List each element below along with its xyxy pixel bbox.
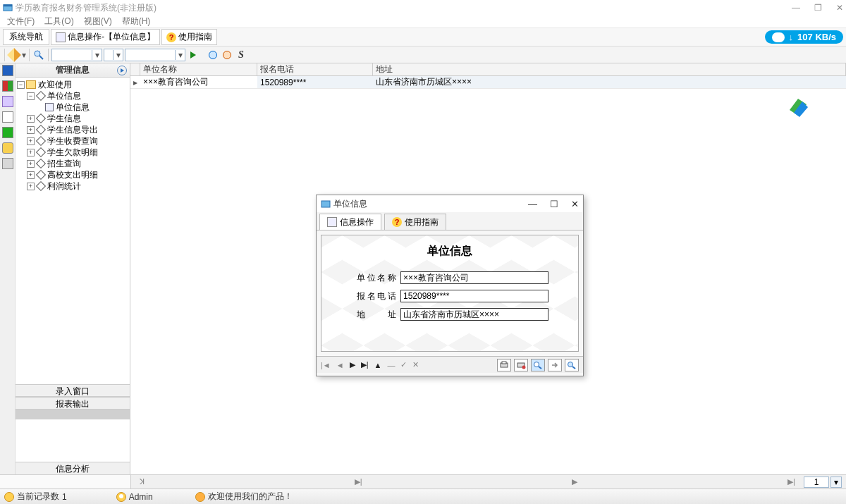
dash-icon[interactable]: — bbox=[387, 361, 395, 369]
iconbar-item-6[interactable] bbox=[2, 142, 13, 154]
next-record-icon[interactable]: ▶ bbox=[350, 360, 355, 369]
tree-root[interactable]: − 欢迎使用 bbox=[16, 79, 130, 90]
tree-item-enroll-query[interactable]: +招生查询 bbox=[16, 158, 130, 169]
system-nav-button[interactable]: 系统导航 bbox=[3, 29, 49, 45]
next-page-icon[interactable]: ▶ bbox=[572, 477, 577, 486]
iconbar-item-1[interactable] bbox=[2, 65, 13, 76]
refresh-icon[interactable] bbox=[117, 66, 127, 75]
hscroll-nav[interactable]: ꓘ ▶| ▶ ▶| bbox=[131, 477, 804, 486]
edit-button[interactable] bbox=[8, 49, 20, 61]
dialog-tab-guide[interactable]: ? 使用指南 bbox=[384, 214, 446, 230]
netspeed-value: 107 KB/s bbox=[797, 32, 836, 42]
form-panel: 单位信息 单位名称 报名电话 地 址 bbox=[321, 235, 579, 352]
grid-row[interactable]: ▸ ×××教育咨询公司 1520989**** 山东省济南市历城区×××× bbox=[130, 76, 846, 89]
dialog-maximize-button[interactable]: ☐ bbox=[550, 199, 558, 209]
print-setup-button[interactable] bbox=[514, 359, 528, 371]
folder-icon bbox=[26, 80, 36, 89]
tree-item-school-expense[interactable]: +高校支出明细 bbox=[16, 169, 130, 180]
menu-help[interactable]: 帮助(H) bbox=[122, 16, 151, 27]
tree-item-student-info[interactable]: +学生信息 bbox=[16, 113, 130, 124]
dialog-minimize-button[interactable]: — bbox=[528, 199, 537, 209]
combo-3[interactable]: ▾ bbox=[125, 49, 185, 61]
first-page-icon[interactable]: ꓘ bbox=[140, 477, 145, 486]
input-address[interactable] bbox=[400, 308, 548, 321]
nav-section-analysis[interactable]: 信息分析 bbox=[16, 462, 130, 474]
iconbar-item-2[interactable] bbox=[2, 80, 13, 92]
page-number[interactable]: 1 bbox=[804, 477, 829, 488]
menu-view[interactable]: 视图(V) bbox=[84, 16, 112, 27]
input-phone[interactable] bbox=[400, 290, 548, 302]
help-icon: ? bbox=[166, 32, 176, 42]
page-dropdown[interactable]: ▾ bbox=[830, 477, 842, 488]
combo-1[interactable]: ▾ bbox=[51, 49, 102, 61]
last-page-icon[interactable]: ▶| bbox=[787, 477, 795, 486]
cloud-icon bbox=[772, 32, 785, 42]
dialog-tab-info[interactable]: 信息操作 bbox=[319, 214, 381, 230]
run-button[interactable] bbox=[187, 49, 200, 61]
preview-button[interactable] bbox=[531, 359, 545, 371]
magnifier-icon bbox=[567, 361, 577, 369]
prev-record-icon[interactable]: ◄ bbox=[336, 361, 344, 369]
tab-guide[interactable]: ? 使用指南 bbox=[161, 29, 217, 45]
tree-item-unit-info[interactable]: − 单位信息 bbox=[16, 90, 130, 102]
pencil-icon bbox=[7, 48, 21, 62]
grid-header: 单位名称 报名电话 地址 bbox=[130, 63, 846, 76]
close-button[interactable]: ✕ bbox=[836, 3, 843, 13]
iconbar-item-5[interactable] bbox=[2, 127, 13, 138]
document-icon bbox=[45, 103, 54, 111]
nav-section-entry[interactable]: 录入窗口 bbox=[16, 384, 130, 397]
menu-tools[interactable]: 工具(O) bbox=[44, 16, 73, 27]
check-icon[interactable]: ✓ bbox=[400, 360, 407, 369]
person-orange-icon bbox=[223, 51, 231, 59]
row-indicator-icon: ▸ bbox=[130, 76, 140, 88]
person-blue-icon bbox=[209, 51, 217, 59]
svg-rect-6 bbox=[321, 201, 330, 207]
first-record-icon[interactable]: |◄ bbox=[321, 361, 331, 369]
print-button[interactable] bbox=[497, 359, 511, 371]
app-icon bbox=[3, 3, 13, 13]
col-address[interactable]: 地址 bbox=[373, 63, 846, 75]
user-orange-button[interactable] bbox=[221, 49, 233, 61]
last-record-icon[interactable]: ▶| bbox=[361, 360, 369, 369]
cancel-icon[interactable]: ✕ bbox=[412, 360, 419, 369]
combo-2[interactable]: ▾ bbox=[104, 49, 123, 61]
nav-panel: 管理信息 − 欢迎使用 − 单位信息 单位信息 +学生信息 +学生信息导出 +学… bbox=[16, 63, 130, 474]
window-titlebar: 学历教育报名财务管理系统(非注册版) — ❐ ✕ bbox=[0, 0, 846, 16]
sum-button[interactable]: S bbox=[235, 49, 247, 61]
tab-unit-info[interactable]: 信息操作-【单位信息】 bbox=[51, 29, 160, 45]
nav-section-report[interactable]: 报表输出 bbox=[16, 397, 130, 410]
label-phone: 报名电话 bbox=[357, 290, 396, 302]
tree-leaf-unit-info[interactable]: 单位信息 bbox=[16, 102, 130, 113]
tree-item-debt-detail[interactable]: +学生欠款明细 bbox=[16, 147, 130, 158]
menu-file[interactable]: 文件(F) bbox=[7, 16, 35, 27]
tree-item-profit-stats[interactable]: +利润统计 bbox=[16, 180, 130, 192]
input-unit-name[interactable] bbox=[400, 271, 548, 284]
export-button[interactable] bbox=[548, 359, 562, 371]
tree-item-fee-query[interactable]: +学生收费查询 bbox=[16, 135, 130, 147]
form-title: 单位信息 bbox=[321, 235, 578, 266]
iconbar-item-7[interactable] bbox=[2, 158, 13, 169]
dialog-toolbar: |◄ ◄ ▶ ▶| ▲ — ✓ ✕ bbox=[317, 356, 583, 373]
minimize-button[interactable]: — bbox=[792, 3, 800, 13]
nav-tree: − 欢迎使用 − 单位信息 单位信息 +学生信息 +学生信息导出 +学生收费查询… bbox=[16, 78, 130, 384]
dialog-close-button[interactable]: ✕ bbox=[571, 199, 579, 209]
col-phone[interactable]: 报名电话 bbox=[257, 63, 373, 75]
svg-point-11 bbox=[534, 362, 539, 367]
up-icon[interactable]: ▲ bbox=[374, 361, 382, 369]
edit-toolbar: ▾ ▾ ▾ ▾ S bbox=[0, 47, 846, 63]
prev-page-icon[interactable]: ▶| bbox=[355, 477, 362, 486]
find-button[interactable] bbox=[565, 359, 579, 371]
iconbar-item-4[interactable] bbox=[2, 111, 13, 123]
cell-name: ×××教育咨询公司 bbox=[140, 76, 257, 88]
search-tool-button[interactable] bbox=[32, 49, 45, 61]
tree-item-student-export[interactable]: +学生信息导出 bbox=[16, 124, 130, 135]
download-arrow-icon: ↓ bbox=[789, 32, 794, 42]
dialog-titlebar[interactable]: 单位信息 — ☐ ✕ bbox=[317, 195, 583, 212]
maximize-button[interactable]: ❐ bbox=[814, 3, 822, 13]
sigma-icon: S bbox=[238, 49, 244, 61]
label-unit-name: 单位名称 bbox=[357, 272, 396, 284]
iconbar-item-3[interactable] bbox=[2, 96, 13, 107]
svg-line-14 bbox=[572, 367, 575, 369]
col-unit-name[interactable]: 单位名称 bbox=[140, 63, 257, 75]
user-blue-button[interactable] bbox=[207, 49, 219, 61]
